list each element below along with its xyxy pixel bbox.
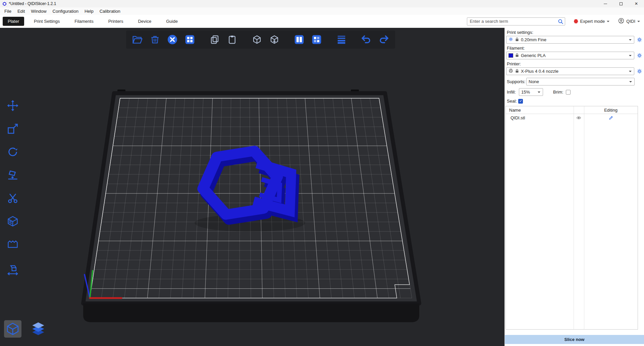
viewport-3d[interactable] [0, 28, 504, 346]
eye-icon [576, 115, 581, 120]
lock-icon [515, 37, 519, 43]
tab-device[interactable]: Device [133, 17, 156, 26]
top-toolbar [126, 31, 395, 49]
expert-mode-icon [574, 19, 578, 23]
scale-tool-button[interactable] [5, 122, 20, 135]
menu-file[interactable]: File [1, 9, 14, 14]
account-icon [618, 18, 624, 25]
tab-print-settings[interactable]: Print Settings [29, 17, 65, 26]
tab-guide[interactable]: Guide [161, 17, 183, 26]
maximize-button[interactable] [613, 0, 629, 7]
tabbar: Plater Print Settings Filaments Printers… [0, 15, 644, 28]
paste-button[interactable] [225, 33, 239, 46]
tab-printers[interactable]: Printers [103, 17, 128, 26]
remove-instance-button[interactable] [268, 33, 281, 46]
close-button[interactable]: ✕ [629, 0, 644, 7]
printer-gear-button[interactable] [637, 68, 642, 74]
menu-configuration[interactable]: Configuration [50, 9, 82, 14]
mode-selector[interactable]: Expert mode [574, 19, 610, 24]
delete-all-button[interactable] [166, 33, 179, 46]
supports-value: None [529, 79, 539, 84]
infill-value: 15% [521, 90, 530, 95]
copy-button[interactable] [208, 33, 221, 46]
redo-button[interactable] [377, 33, 390, 46]
mirror-tool-button[interactable] [5, 264, 20, 277]
print-settings-label: Print settings: [507, 30, 644, 35]
column-name: Name [506, 108, 574, 113]
arrange-button[interactable] [183, 33, 197, 46]
filament-gear-button[interactable] [637, 53, 642, 58]
editing-icon [608, 115, 613, 120]
object-list-header: Name Editing [506, 106, 638, 114]
app-icon [2, 1, 7, 6]
settings-sidebar: Print settings: 0.20mm Fine Filament: Ge… [504, 28, 644, 346]
mode-label: Expert mode [580, 19, 605, 24]
print-settings-combo[interactable]: 0.20mm Fine [506, 36, 634, 44]
search-icon[interactable] [557, 18, 564, 24]
menu-calibration[interactable]: Calibration [97, 9, 123, 14]
seal-checkbox[interactable] [518, 99, 523, 104]
menu-help[interactable]: Help [82, 9, 97, 14]
filament-value: Generic PLA [521, 53, 546, 58]
split-to-objects-button[interactable] [292, 33, 306, 46]
chevron-down-icon [607, 21, 609, 23]
filament-color-swatch [508, 53, 513, 58]
print-settings-value: 0.20mm Fine [521, 37, 546, 42]
supports-combo[interactable]: None [526, 78, 635, 85]
column-editing: Editing [584, 108, 638, 113]
menu-edit[interactable]: Edit [14, 9, 28, 14]
supports-label: Supports: [507, 79, 526, 84]
brim-checkbox[interactable] [566, 90, 571, 95]
window-controls: ✕ [598, 0, 644, 7]
editing-button[interactable] [584, 115, 638, 120]
object-list-row[interactable]: QIDI.stl [506, 114, 638, 121]
gear-icon [508, 37, 513, 43]
visibility-toggle[interactable] [574, 115, 584, 120]
lock-icon [515, 69, 519, 74]
infill-combo[interactable]: 15% [519, 88, 543, 96]
cube-icon [6, 322, 20, 336]
undo-button[interactable] [360, 33, 373, 46]
lock-icon [515, 53, 519, 58]
brim-label: Brim: [553, 90, 563, 95]
titlebar: *Untitled - QIDISlicer-1.2.1 ✕ [0, 0, 644, 7]
paint-supports-tool-button[interactable] [5, 215, 20, 228]
printer-label: Printer: [507, 61, 644, 66]
cut-tool-button[interactable] [5, 191, 20, 205]
tab-filaments[interactable]: Filaments [69, 17, 98, 26]
left-toolbar [5, 99, 20, 277]
rotate-tool-button[interactable] [5, 145, 20, 159]
preview-view-button[interactable] [30, 320, 47, 338]
build-plate[interactable] [83, 93, 419, 303]
tab-plater[interactable]: Plater [3, 17, 24, 26]
maximize-icon [620, 2, 623, 5]
build-plate-scene [0, 28, 504, 346]
printer-combo[interactable]: X-Plus 4 0.4 nozzle [506, 67, 634, 75]
open-file-button[interactable] [131, 33, 144, 46]
search-input[interactable] [467, 17, 565, 25]
close-icon: ✕ [635, 1, 638, 6]
filament-label: Filament: [507, 46, 644, 51]
place-on-face-tool-button[interactable] [5, 168, 20, 182]
add-instance-button[interactable] [250, 33, 264, 46]
view-toggles [4, 320, 47, 338]
menubar: File Edit Window Configuration Help Cali… [0, 7, 644, 15]
variable-layer-height-button[interactable] [335, 33, 348, 46]
split-to-parts-button[interactable] [310, 33, 323, 46]
menu-window[interactable]: Window [28, 9, 49, 14]
delete-button[interactable] [148, 33, 162, 46]
account-menu[interactable]: QIDI [618, 18, 640, 25]
fuzzy-skin-tool-button[interactable] [5, 238, 20, 251]
filament-combo[interactable]: Generic PLA [506, 52, 634, 59]
object-name: QIDI.stl [506, 115, 574, 120]
layers-icon [31, 321, 46, 337]
slice-now-button[interactable]: Slice now [505, 335, 644, 344]
print-settings-gear-button[interactable] [637, 37, 642, 43]
minimize-button[interactable] [598, 0, 613, 7]
printer-icon [508, 68, 513, 74]
tabbar-right: Expert mode QIDI [467, 17, 640, 25]
seal-label: Seal: [507, 99, 518, 104]
move-tool-button[interactable] [5, 99, 20, 112]
editor-view-button[interactable] [4, 320, 21, 338]
chevron-down-icon [637, 21, 640, 23]
